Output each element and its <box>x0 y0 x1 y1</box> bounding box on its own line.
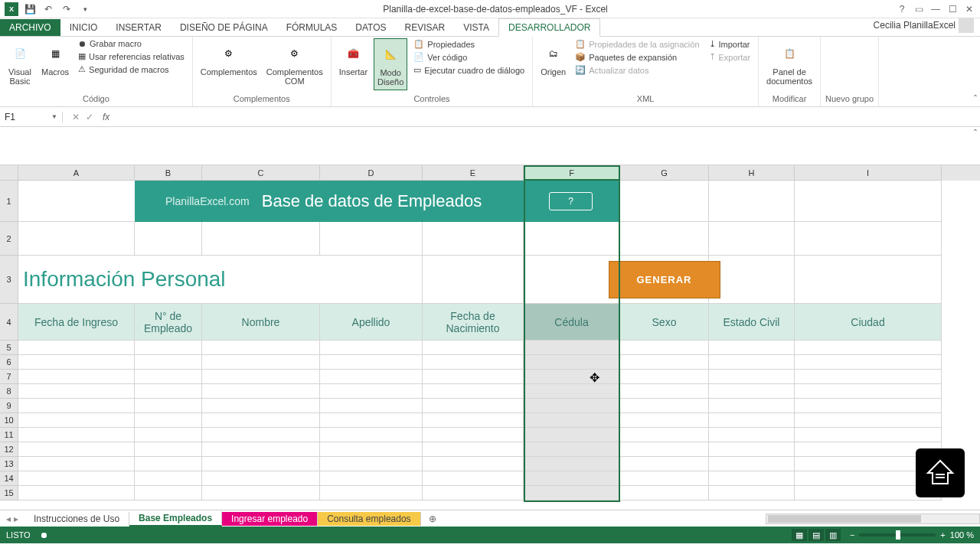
row-header[interactable]: 11 <box>0 428 18 442</box>
cell[interactable] <box>709 399 795 413</box>
row-header[interactable]: 1 <box>0 181 18 222</box>
cell[interactable] <box>795 428 942 442</box>
row-header[interactable]: 5 <box>0 341 18 355</box>
cell[interactable] <box>524 399 620 413</box>
cell[interactable] <box>135 442 202 457</box>
cell[interactable] <box>135 471 202 486</box>
cell[interactable] <box>423 355 524 370</box>
cell[interactable] <box>135 370 202 384</box>
cell[interactable] <box>320 370 423 384</box>
cell[interactable] <box>620 399 709 413</box>
cell[interactable] <box>524 471 620 486</box>
cell[interactable] <box>524 355 620 370</box>
cell[interactable] <box>524 341 620 355</box>
xml-source-button[interactable]: 🗂 Origen <box>537 38 569 80</box>
tab-home[interactable]: INICIO <box>60 19 107 36</box>
cell[interactable] <box>18 486 135 500</box>
cell[interactable] <box>709 341 795 355</box>
cell[interactable] <box>709 355 795 370</box>
cell[interactable] <box>709 471 795 486</box>
cell[interactable] <box>18 442 135 457</box>
accept-formula-icon[interactable]: ✓ <box>86 112 93 122</box>
cell[interactable] <box>320 457 423 471</box>
col-header[interactable]: G <box>620 165 709 181</box>
fx-icon[interactable]: fx <box>103 112 116 122</box>
sheet-consulta[interactable]: Consulta empleados <box>318 512 420 526</box>
row-header[interactable]: 14 <box>0 471 18 486</box>
row-header[interactable]: 4 <box>0 304 18 341</box>
cell[interactable] <box>320 399 423 413</box>
cell[interactable] <box>524 457 620 471</box>
row-header[interactable]: 13 <box>0 457 18 471</box>
sheet-base-empleados[interactable]: Base Empleados <box>129 511 222 527</box>
cell[interactable] <box>795 413 942 428</box>
tab-file[interactable]: ARCHIVO <box>0 19 60 36</box>
cell[interactable] <box>620 355 709 370</box>
normal-view-icon[interactable]: ▦ <box>792 529 807 541</box>
collapse-ribbon-icon[interactable]: ˆ <box>974 94 977 105</box>
tab-layout[interactable]: DISEÑO DE PÁGINA <box>171 19 277 36</box>
page-break-view-icon[interactable]: ▥ <box>825 529 841 541</box>
cell[interactable] <box>135 457 202 471</box>
col-header[interactable]: I <box>795 165 942 181</box>
cell[interactable] <box>423 384 524 399</box>
cell[interactable] <box>18 341 135 355</box>
cell[interactable] <box>320 355 423 370</box>
cell[interactable] <box>18 471 135 486</box>
cell[interactable] <box>135 355 202 370</box>
row-header[interactable]: 15 <box>0 486 18 500</box>
col-header[interactable]: E <box>423 165 524 181</box>
col-header[interactable]: C <box>202 165 320 181</box>
cell[interactable] <box>135 399 202 413</box>
macro-record-icon[interactable]: ⏺ <box>40 530 48 540</box>
cell[interactable] <box>620 442 709 457</box>
cell[interactable] <box>709 413 795 428</box>
cell[interactable] <box>135 428 202 442</box>
cell[interactable] <box>135 486 202 500</box>
cell[interactable] <box>135 413 202 428</box>
add-sheet-button[interactable]: ⊕ <box>421 514 444 524</box>
sheet-ingresar[interactable]: Ingresar empleado <box>222 512 318 526</box>
user-account[interactable]: Cecilia PlanillaExcel <box>867 15 980 36</box>
row-header[interactable]: 12 <box>0 442 18 457</box>
cell[interactable] <box>795 370 942 384</box>
cell[interactable] <box>524 428 620 442</box>
tab-insert[interactable]: INSERTAR <box>106 19 171 36</box>
cell[interactable] <box>423 471 524 486</box>
cell[interactable] <box>320 486 423 500</box>
cell[interactable] <box>320 442 423 457</box>
cell[interactable] <box>202 355 320 370</box>
cell[interactable] <box>423 341 524 355</box>
cell[interactable] <box>18 457 135 471</box>
cell[interactable] <box>202 428 320 442</box>
col-header[interactable]: H <box>709 165 795 181</box>
row-header[interactable]: 3 <box>0 256 18 304</box>
cell[interactable] <box>423 413 524 428</box>
cell[interactable] <box>524 486 620 500</box>
cell[interactable] <box>524 370 620 384</box>
col-header[interactable]: B <box>135 165 202 181</box>
view-code-button[interactable]: 📄Ver código <box>410 51 528 63</box>
cell[interactable] <box>423 428 524 442</box>
tab-view[interactable]: VISTA <box>454 19 498 36</box>
cell[interactable] <box>620 457 709 471</box>
cell[interactable] <box>135 341 202 355</box>
cell[interactable] <box>620 370 709 384</box>
cell[interactable] <box>795 384 942 399</box>
tab-developer[interactable]: DESARROLLADOR <box>498 18 600 37</box>
name-box[interactable]: F1▼ <box>0 112 63 122</box>
cell[interactable] <box>709 486 795 500</box>
cell[interactable] <box>423 442 524 457</box>
zoom-level[interactable]: 100 % <box>950 530 974 540</box>
cell[interactable] <box>620 384 709 399</box>
generar-button[interactable]: GENERAR <box>609 261 720 298</box>
cell[interactable] <box>795 341 942 355</box>
col-header[interactable]: D <box>320 165 423 181</box>
cell[interactable] <box>18 355 135 370</box>
undo-icon[interactable]: ↶ <box>41 2 55 16</box>
save-icon[interactable]: 💾 <box>23 2 37 16</box>
horizontal-scrollbar[interactable] <box>766 514 980 524</box>
row-header[interactable]: 8 <box>0 384 18 399</box>
macro-security-button[interactable]: ⚠Seguridad de macros <box>75 64 188 75</box>
insert-control-button[interactable]: 🧰 Insertar <box>336 38 371 80</box>
